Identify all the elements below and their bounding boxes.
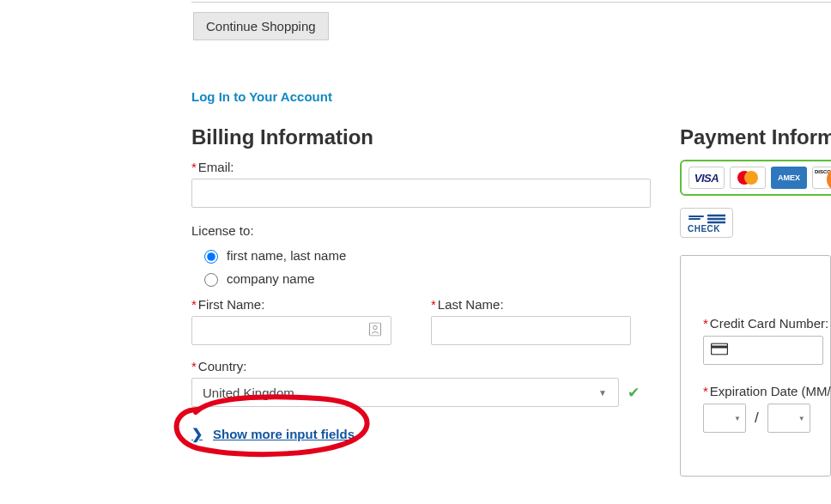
exp-separator: / <box>755 410 759 427</box>
payment-section: Payment Information VISA AMEX DISCOVER <box>680 125 831 477</box>
email-label: *Email: <box>191 160 234 174</box>
card-details-panel: *Credit Card Number: *Expiration Date (M… <box>680 255 831 477</box>
check-label: CHECK <box>688 225 720 234</box>
continue-shopping-button[interactable]: Continue Shopping <box>193 12 329 40</box>
license-personal-label: first name, last name <box>227 248 346 263</box>
check-icon-graphic <box>688 213 725 225</box>
exp-month-select[interactable] <box>703 404 746 433</box>
license-label: License to: <box>191 223 254 238</box>
required-asterisk: * <box>191 297 197 312</box>
required-asterisk: * <box>431 297 436 312</box>
cc-number-label: *Credit Card Number: <box>703 316 815 331</box>
license-personal-radio[interactable] <box>204 250 218 264</box>
required-asterisk: * <box>191 160 197 174</box>
svg-point-3 <box>744 171 758 185</box>
license-company-radio[interactable] <box>204 273 218 287</box>
chevron-right-icon: ❯ <box>191 426 203 442</box>
country-label: *Country: <box>191 359 247 373</box>
top-divider <box>191 2 831 3</box>
email-input[interactable] <box>191 179 651 208</box>
payment-title: Payment Information <box>680 125 831 149</box>
show-more-label: Show more input fields <box>213 427 355 441</box>
last-name-input[interactable] <box>431 316 631 345</box>
first-name-input[interactable] <box>191 316 391 345</box>
required-asterisk: * <box>191 359 197 373</box>
billing-title: Billing Information <box>191 125 651 149</box>
license-company-label: company name <box>227 271 315 286</box>
mastercard-icon <box>730 167 766 189</box>
credit-card-icon <box>711 343 728 358</box>
show-more-fields-toggle[interactable]: ❯ Show more input fields <box>191 426 355 442</box>
first-name-label: *First Name: <box>191 297 264 312</box>
payment-method-check[interactable]: CHECK <box>680 208 733 238</box>
amex-icon: AMEX <box>771 167 807 189</box>
required-asterisk: * <box>703 316 708 331</box>
login-link[interactable]: Log In to Your Account <box>191 89 332 104</box>
svg-rect-5 <box>711 346 728 349</box>
country-select[interactable]: United Kingdom <box>191 378 619 407</box>
discover-icon: DISCOVER <box>812 167 831 189</box>
required-asterisk: * <box>703 384 708 398</box>
last-name-label: *Last Name: <box>431 297 504 312</box>
check-icon: ✔ <box>628 384 640 402</box>
expiration-label: *Expiration Date (MM/YYYY): <box>703 384 815 398</box>
visa-icon: VISA <box>688 167 725 189</box>
billing-section: Billing Information *Email: License to: … <box>191 125 651 442</box>
svg-rect-4 <box>712 343 728 355</box>
payment-method-cards[interactable]: VISA AMEX DISCOVER <box>680 160 831 196</box>
exp-year-select[interactable] <box>767 404 810 433</box>
